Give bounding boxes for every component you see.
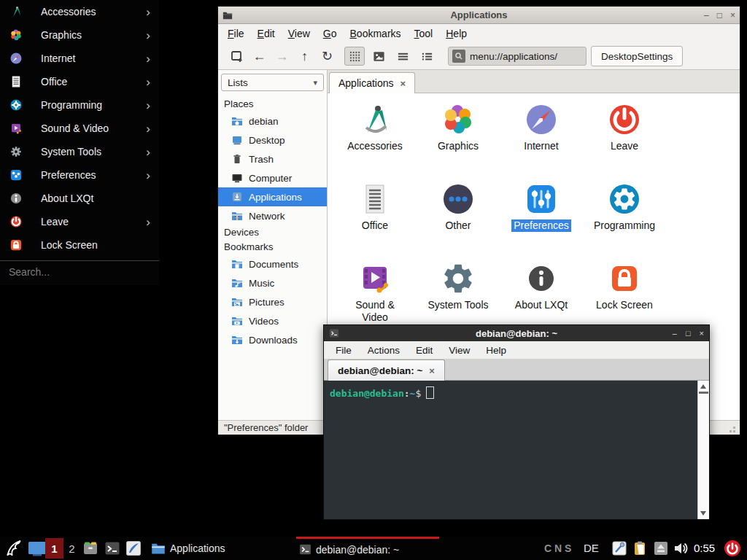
task-button-terminal[interactable]: debian@debian: ~ [296,537,439,560]
forward-button[interactable]: → [271,47,293,66]
sidebar-item-computer[interactable]: Computer [218,168,327,187]
trash-icon [231,153,243,165]
menu-search[interactable] [0,260,159,283]
close-button[interactable]: × [700,329,704,338]
workspace-1-button[interactable]: 1 [45,538,63,559]
sidebar-item-applications[interactable]: Applications [218,187,327,206]
menu-item-about-lxqt[interactable]: About LXQt [0,187,159,210]
reload-button[interactable]: ↻ [316,47,338,66]
menu-item-graphics[interactable]: Graphics › [0,23,159,47]
compact-view-button[interactable] [392,47,413,66]
tab-close-icon[interactable]: × [429,365,435,376]
menu-item-lock-screen[interactable]: Lock Screen [0,233,159,257]
sidebar-item-documents[interactable]: Documents [218,254,327,273]
menu-item-programming[interactable]: Programming › [0,93,159,117]
clipboard-tray-icon[interactable] [632,540,648,556]
menu-item-system-tools[interactable]: System Tools › [0,140,159,163]
menu-item-sound-video[interactable]: Sound & Video › [0,117,159,140]
menu-file[interactable]: File [328,345,360,356]
grid-item-preferences[interactable]: Preferences [500,177,583,257]
menu-view[interactable]: View [282,28,317,39]
address-bar[interactable] [448,47,587,66]
scroll-down-icon[interactable] [700,511,706,516]
detailed-view-button[interactable] [417,47,437,66]
sidebar-item-debian[interactable]: debian [218,112,327,131]
menu-item-accessories[interactable]: Accessories › [0,0,159,23]
tab-applications[interactable]: Applications × [329,72,415,93]
menu-item-office[interactable]: Office › [0,70,159,93]
sidebar-item-videos[interactable]: Videos [218,311,327,330]
keyboard-indicator-num[interactable]: N [554,537,562,560]
menu-view[interactable]: View [441,345,478,356]
show-desktop-button[interactable] [28,541,47,556]
minimize-button[interactable]: – [704,11,709,20]
quicklaunch-file-manager-icon[interactable] [82,540,99,557]
menu-edit[interactable]: Edit [251,28,282,39]
search-input[interactable] [7,265,145,279]
sidebar-item-trash[interactable]: Trash [218,149,327,168]
fm-titlebar[interactable]: Applications – □ × [218,7,740,24]
menu-actions[interactable]: Actions [360,345,408,356]
keyboard-layout-indicator[interactable]: DE [584,537,599,560]
desktop-settings-button[interactable]: DesktopSettings [591,46,683,66]
keyboard-indicator-caps[interactable]: C [544,537,551,560]
maximize-button[interactable]: □ [686,329,691,338]
icon-view-button[interactable] [344,47,365,66]
tab-close-icon[interactable]: × [400,78,406,89]
volume-tray-icon[interactable] [673,540,689,556]
eject-tray-icon[interactable] [654,541,668,556]
menu-help[interactable]: Help [439,28,473,39]
accessories-icon [357,102,392,137]
sidebar-item-desktop[interactable]: Desktop [218,131,327,149]
terminal-tab[interactable]: debian@debian: ~ × [328,359,445,381]
close-button[interactable]: × [730,11,735,20]
sidebar-item-label: debian [249,116,279,127]
terminal-titlebar[interactable]: debian@debian: ~ – □ × [324,325,709,341]
menu-edit[interactable]: Edit [408,345,441,356]
menu-help[interactable]: Help [478,345,514,356]
scroll-up-icon[interactable] [700,384,706,389]
grid-item-programming[interactable]: Programming [583,177,666,257]
menu-file[interactable]: File [221,28,251,39]
keyboard-indicator-scroll[interactable]: S [565,537,571,560]
sidebar-item-downloads[interactable]: Downloads [218,330,327,349]
resize-grip[interactable] [733,430,735,432]
quicklaunch-terminal-icon[interactable] [104,540,121,557]
back-button[interactable]: ← [248,47,271,66]
sidebar-item-label: Videos [249,316,279,327]
leave-power-button[interactable] [724,540,741,557]
grid-item-graphics[interactable]: Graphics [417,98,500,177]
thumbnail-view-button[interactable] [368,47,389,66]
sidebar-item-pictures[interactable]: Pictures [218,292,327,311]
start-menu-button[interactable] [4,539,24,558]
new-tab-button[interactable] [225,47,248,66]
clock[interactable]: 0:55 [694,537,715,560]
grid-item-leave[interactable]: Leave [583,98,666,177]
task-button-applications[interactable]: Applications [148,537,293,560]
maximize-button[interactable]: □ [717,11,722,20]
menu-tool[interactable]: Tool [408,28,440,39]
terminal-output[interactable]: debian@debian:~$ [324,381,709,519]
scrollbar-thumb[interactable] [699,392,708,394]
grid-item-accessories[interactable]: Accessories [333,98,417,177]
menu-item-preferences[interactable]: Preferences › [0,163,159,187]
graphics-icon [9,28,23,42]
menu-item-leave[interactable]: Leave › [0,210,159,233]
up-button[interactable]: ↑ [293,47,316,66]
sidebar-item-music[interactable]: Music [218,273,327,292]
menu-item-internet[interactable]: Internet › [0,47,159,70]
address-input[interactable] [470,51,579,62]
menu-go[interactable]: Go [317,28,344,39]
terminal-scrollbar[interactable] [697,381,709,519]
quicklaunch-featherpad-icon[interactable] [125,540,142,557]
minimize-button[interactable]: – [673,329,677,338]
screenshot-tray-icon[interactable] [611,540,627,556]
sidebar-mode-select[interactable]: Lists ▾ [221,74,324,91]
grid-item-office[interactable]: Office [333,177,417,257]
grid-item-other[interactable]: Other [417,177,500,257]
sidebar-item-network[interactable]: Network [218,206,327,225]
fm-tabbar: Applications × [328,70,740,93]
grid-item-internet[interactable]: Internet [500,98,583,177]
menu-bookmarks[interactable]: Bookmarks [344,28,408,39]
workspace-2-button[interactable]: 2 [66,538,78,559]
